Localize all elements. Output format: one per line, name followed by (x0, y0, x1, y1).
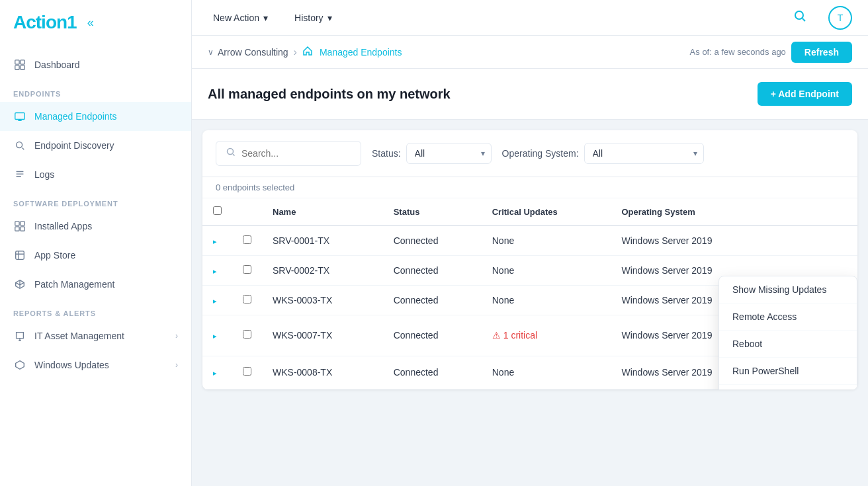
os-select[interactable]: All Windows Server 2019 Windows 10 (584, 143, 704, 164)
logs-label: Logs (34, 169, 54, 180)
breadcrumb-separator: › (294, 46, 297, 58)
logo-area: Action1 « (0, 0, 191, 45)
topbar: New Action ▾ History ▾ T (192, 0, 868, 36)
app-logo: Action1 (13, 12, 77, 33)
select-all-header[interactable] (202, 198, 232, 225)
context-menu-item-run-powershell[interactable]: Run PowerShell (719, 358, 857, 385)
col-chevron (232, 198, 262, 225)
sidebar-item-installed-apps[interactable]: Installed Apps (0, 212, 191, 241)
svg-rect-0 (15, 60, 19, 64)
content-area: ∨ Arrow Consulting › Managed Endpoints A… (192, 36, 868, 486)
os-select-wrapper[interactable]: All Windows Server 2019 Windows 10 (584, 143, 704, 164)
status-select-wrapper[interactable]: All Connected Disconnected (406, 143, 492, 164)
context-menu-item-reboot[interactable]: Reboot (719, 331, 857, 358)
sidebar-nav: Dashboard ENDPOINTS Managed Endpoints En… (0, 45, 191, 486)
row-expand-chevron[interactable]: ▸ (202, 225, 232, 256)
installed-apps-label: Installed Apps (34, 221, 92, 231)
endpoints-table-area: Status: All Connected Disconnected Opera… (202, 130, 857, 389)
row-expand-chevron[interactable]: ▸ (202, 286, 232, 315)
managed-endpoints-label: Managed Endpoints (34, 111, 117, 122)
table-row: ▸ SRV-0001-TX Connected None Windows Ser… (202, 225, 857, 256)
status-select[interactable]: All Connected Disconnected (406, 143, 492, 164)
critical-warning-badge: ⚠ 1 critical (492, 330, 601, 341)
row-expand-chevron[interactable]: ▸ (202, 315, 232, 356)
collapse-icon[interactable]: « (87, 16, 94, 30)
breadcrumb-page[interactable]: Managed Endpoints (302, 46, 402, 58)
endpoint-name: SRV-0001-TX (262, 225, 383, 256)
row-checkbox-cell[interactable] (232, 315, 262, 356)
sidebar-item-patch-management[interactable]: Patch Management (0, 270, 191, 299)
col-actions (778, 198, 857, 225)
endpoint-status: Connected (383, 356, 482, 389)
context-menu-item-run-command[interactable]: Run Command (719, 385, 857, 389)
installed-apps-icon (13, 220, 26, 233)
sidebar-item-managed-endpoints[interactable]: Managed Endpoints (0, 102, 191, 131)
it-asset-arrow-icon: › (175, 331, 178, 341)
row-checkbox-cell[interactable] (232, 286, 262, 315)
row-checkbox[interactable] (243, 367, 251, 376)
refresh-button[interactable]: Refresh (791, 42, 852, 63)
warning-triangle-icon: ⚠ (492, 330, 501, 341)
row-expand-chevron[interactable]: ▸ (202, 256, 232, 286)
row-checkbox[interactable] (243, 295, 251, 304)
new-action-menu[interactable]: New Action ▾ (208, 10, 273, 26)
endpoint-actions (778, 225, 857, 256)
new-action-chevron-icon: ▾ (263, 13, 268, 23)
select-all-checkbox[interactable] (213, 206, 222, 215)
col-status[interactable]: Status (383, 198, 482, 225)
svg-point-5 (17, 142, 22, 148)
search-input[interactable] (241, 148, 351, 159)
endpoint-status: Connected (383, 256, 482, 286)
col-name[interactable]: Name (262, 198, 383, 225)
row-expand-chevron[interactable]: ▸ (202, 356, 232, 389)
row-checkbox-cell[interactable] (232, 225, 262, 256)
breadcrumb-org[interactable]: ∨ Arrow Consulting (208, 47, 288, 58)
add-endpoint-button[interactable]: + Add Endpoint (758, 82, 852, 106)
row-checkbox[interactable] (243, 235, 251, 244)
svg-point-11 (795, 11, 803, 19)
context-menu: Show Missing Updates Remote Access Reboo… (718, 276, 857, 389)
endpoint-critical: None (482, 225, 611, 256)
history-menu[interactable]: History ▾ (289, 10, 337, 26)
endpoint-critical: None (482, 286, 611, 315)
breadcrumb-org-text: Arrow Consulting (218, 47, 288, 58)
row-checkbox-cell[interactable] (232, 356, 262, 389)
search-icon[interactable] (793, 9, 807, 26)
endpoint-critical: None (482, 256, 611, 286)
context-menu-item-show-missing-updates[interactable]: Show Missing Updates (719, 276, 857, 304)
endpoint-discovery-icon (13, 139, 26, 152)
endpoint-name: WKS-0008-TX (262, 356, 383, 389)
row-checkbox[interactable] (243, 265, 251, 274)
endpoint-critical: None (482, 356, 611, 389)
col-critical-updates[interactable]: Critical Updates (482, 198, 611, 225)
sidebar-item-dashboard[interactable]: Dashboard (0, 50, 191, 79)
breadcrumb-bar: ∨ Arrow Consulting › Managed Endpoints A… (192, 36, 868, 69)
table-controls: Status: All Connected Disconnected Opera… (202, 130, 857, 177)
breadcrumb-home-icon (302, 46, 313, 58)
sidebar-item-logs[interactable]: Logs (0, 160, 191, 189)
svg-rect-9 (21, 227, 24, 231)
patch-management-label: Patch Management (34, 279, 114, 290)
dashboard-icon (13, 58, 26, 71)
search-box[interactable] (216, 141, 361, 166)
svg-rect-6 (15, 222, 19, 225)
user-avatar[interactable]: T (828, 6, 852, 30)
dashboard-label: Dashboard (34, 60, 80, 70)
svg-point-12 (228, 149, 234, 155)
sidebar-item-app-store[interactable]: App Store (0, 241, 191, 270)
managed-endpoints-icon (13, 110, 26, 123)
endpoint-name: WKS-0003-TX (262, 286, 383, 315)
col-os[interactable]: Operating System (611, 198, 778, 225)
main-area: New Action ▾ History ▾ T ∨ Arrow Consult… (192, 0, 868, 486)
sidebar-item-windows-updates[interactable]: Windows Updates › (0, 350, 191, 380)
status-label: Status: (372, 148, 401, 159)
context-menu-item-remote-access[interactable]: Remote Access (719, 304, 857, 331)
row-checkbox[interactable] (243, 330, 251, 339)
sidebar-item-it-asset-management[interactable]: IT Asset Management › (0, 321, 191, 350)
row-checkbox-cell[interactable] (232, 256, 262, 286)
section-software-deployment: SOFTWARE DEPLOYMENT (0, 189, 191, 212)
app-store-icon (13, 249, 26, 262)
sidebar-item-endpoint-discovery[interactable]: Endpoint Discovery (0, 131, 191, 160)
svg-rect-8 (15, 227, 19, 231)
os-label: Operating System: (502, 148, 579, 159)
